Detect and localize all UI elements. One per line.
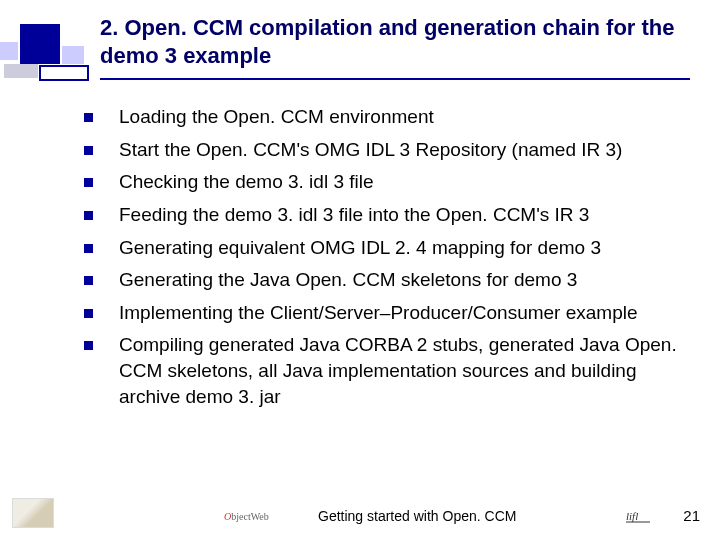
objectweb-logo: ObjectWeb [224,506,296,526]
lifl-logo: lifl [626,506,652,526]
square-bullet-icon [84,244,93,253]
svg-rect-4 [62,46,84,64]
svg-rect-3 [40,66,88,80]
slide-footer: ObjectWeb Getting started with Open. CCM… [0,494,720,532]
bullet-text: Checking the demo 3. idl 3 file [119,169,374,195]
list-item: Start the Open. CCM's OMG IDL 3 Reposito… [84,137,680,163]
square-bullet-icon [84,341,93,350]
list-item: Feeding the demo 3. idl 3 file into the … [84,202,680,228]
footer-caption: Getting started with Open. CCM [318,508,516,524]
bullet-text: Generating equivalent OMG IDL 2. 4 mappi… [119,235,601,261]
square-bullet-icon [84,309,93,318]
bullet-text: Feeding the demo 3. idl 3 file into the … [119,202,589,228]
list-item: Implementing the Client/Server–Producer/… [84,300,680,326]
bullet-text: Generating the Java Open. CCM skeletons … [119,267,577,293]
bullet-text: Start the Open. CCM's OMG IDL 3 Reposito… [119,137,622,163]
slide-title: 2. Open. CCM compilation and generation … [100,14,680,70]
logo-text: bjectWeb [231,511,269,522]
list-item: Checking the demo 3. idl 3 file [84,169,680,195]
square-bullet-icon [84,113,93,122]
svg-text:lifl: lifl [626,510,638,522]
footer-left-logo [12,498,54,528]
bullet-text: Loading the Open. CCM environment [119,104,434,130]
svg-rect-2 [4,64,38,78]
title-underline [100,78,690,80]
list-item: Generating the Java Open. CCM skeletons … [84,267,680,293]
svg-rect-0 [0,42,18,60]
square-bullet-icon [84,276,93,285]
title-text: 2. Open. CCM compilation and generation … [100,14,680,70]
list-item: Generating equivalent OMG IDL 2. 4 mappi… [84,235,680,261]
list-item: Compiling generated Java CORBA 2 stubs, … [84,332,680,409]
svg-rect-1 [20,24,60,64]
list-item: Loading the Open. CCM environment [84,104,680,130]
square-bullet-icon [84,211,93,220]
bullet-list: Loading the Open. CCM environment Start … [84,104,680,416]
square-bullet-icon [84,178,93,187]
title-decoration [0,16,96,86]
bullet-text: Implementing the Client/Server–Producer/… [119,300,638,326]
square-bullet-icon [84,146,93,155]
bullet-text: Compiling generated Java CORBA 2 stubs, … [119,332,680,409]
page-number: 21 [683,507,700,524]
